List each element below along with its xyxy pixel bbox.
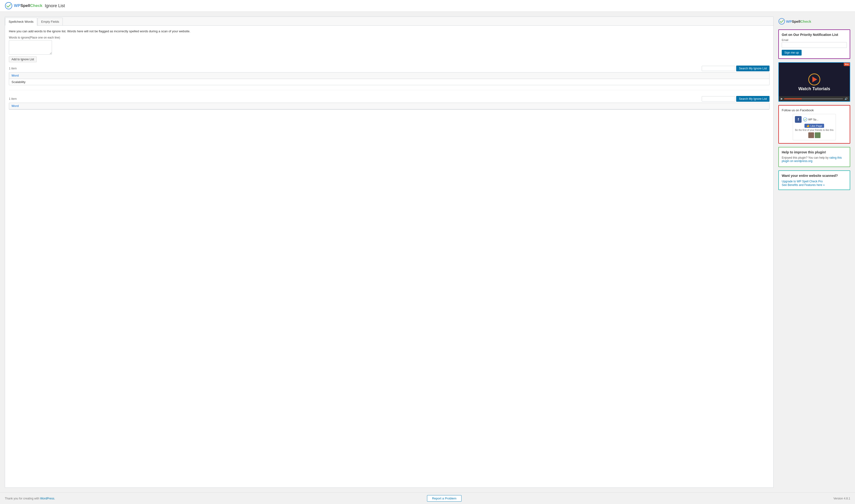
panel-body: Here you can add words to the ignore lis… xyxy=(5,25,773,113)
facebook-like-button[interactable]: 👍 Like Page xyxy=(804,124,824,128)
table2-item-count: 1 item xyxy=(9,97,17,101)
upgrade-link[interactable]: Upgrade to WP Spell Check Pro xyxy=(782,180,823,183)
video-volume-icon[interactable]: 🔊 xyxy=(844,97,848,100)
table1-header: 1 item Search My Ignore List xyxy=(9,66,769,71)
facebook-box: f WP Sp... 👍 Like Page Be the first of y… xyxy=(793,114,836,140)
table2-column-header[interactable]: Word xyxy=(9,103,769,109)
fb-avatar-2 xyxy=(815,132,821,138)
search-my-ignore-list-button-1[interactable]: Search My Ignore List xyxy=(736,66,769,71)
fb-friends-text: Be the first of your friends to like thi… xyxy=(795,129,834,131)
report-problem-button[interactable]: Report a Problem xyxy=(427,495,461,502)
page-title: Ignore List xyxy=(45,3,65,8)
notification-title: Get on Our Priority Notification List xyxy=(782,33,847,37)
notification-widget: Get on Our Priority Notification List Em… xyxy=(778,30,850,59)
table1-wrap: Word Scalability xyxy=(9,72,769,85)
help-widget: Help to improve this plugin! Enjoyed thi… xyxy=(778,147,850,167)
video-progress-bar[interactable] xyxy=(784,98,843,99)
video-controls: ▶ 🔊 xyxy=(779,96,850,101)
fb-thumbs-icon: 👍 xyxy=(806,124,810,127)
facebook-icon: f xyxy=(795,116,802,123)
upgrade-title: Want your entire website scanned? xyxy=(782,174,847,178)
tab-spellcheck-words[interactable]: Spellcheck Words xyxy=(5,18,37,25)
svg-point-2 xyxy=(803,118,807,121)
search-ignore-list-input-2[interactable] xyxy=(702,96,735,102)
search-ignore-list-input-1[interactable] xyxy=(702,66,735,71)
email-input[interactable] xyxy=(782,42,847,48)
add-to-ignore-list-button[interactable]: Add to Ignore List xyxy=(9,56,37,62)
right-sidebar: WPSpellCheck Get on Our Priority Notific… xyxy=(778,17,850,488)
facebook-follow-area: f WP Sp... 👍 Like Page Be the first of y… xyxy=(782,114,847,140)
table1-item-count: 1 item xyxy=(9,67,17,70)
sidebar-logo-text: WPSpellCheck xyxy=(786,19,811,23)
help-title: Help to improve this plugin! xyxy=(782,150,847,154)
table-row: Scalability xyxy=(9,79,769,85)
tabs-bar: Spellcheck Words Empty Fields xyxy=(5,17,773,25)
table1-column-header[interactable]: Word xyxy=(9,73,769,79)
sidebar-logo: WPSpellCheck xyxy=(778,17,850,26)
page-footer: Thank you for creating with WordPress. R… xyxy=(0,492,855,504)
words-label: Words to ignore(Place one on each line) xyxy=(9,36,769,39)
table2-search-area: Search My Ignore List xyxy=(702,96,769,102)
wordpress-link[interactable]: WordPress. xyxy=(40,497,55,500)
watch-tutorials-label: Watch Tutorials xyxy=(798,86,830,91)
benefits-link[interactable]: See Benefits and Features here » xyxy=(782,183,824,187)
fb-avatar-1 xyxy=(808,132,814,138)
search-my-ignore-list-button-2[interactable]: Search My Ignore List xyxy=(736,96,769,102)
video-progress-fill xyxy=(784,98,802,99)
table1-search-area: Search My Ignore List xyxy=(702,66,769,71)
words-textarea[interactable] xyxy=(9,40,52,55)
logo-area: WPSpellCheck Ignore List xyxy=(5,2,65,10)
svg-point-0 xyxy=(5,2,12,9)
sign-me-up-button[interactable]: Sign me up xyxy=(782,50,802,55)
table2-header: 1 item Search My Ignore List xyxy=(9,96,769,102)
fb-check-icon: WP Sp... xyxy=(803,117,818,122)
video-thumbnail[interactable]: Pro Watch Tutorials xyxy=(779,63,850,96)
sidebar-logo-icon xyxy=(778,18,785,25)
section-divider xyxy=(9,90,769,93)
wpspellcheck-logo-icon xyxy=(5,2,13,10)
main-panel: Spellcheck Words Empty Fields Here you c… xyxy=(5,17,773,488)
facebook-widget: Follow us on Facebook f WP Sp... 👍 xyxy=(778,105,850,144)
facebook-title: Follow us on Facebook xyxy=(782,108,847,112)
email-label: Email xyxy=(782,38,847,41)
page-header: WPSpellCheck Ignore List xyxy=(0,0,855,12)
version-text: Version 4.8.1 xyxy=(834,497,850,500)
table2-wrap: Word xyxy=(9,103,769,110)
video-widget: Pro Watch Tutorials ▶ 🔊 xyxy=(778,62,850,102)
logo-text: WPSpellCheck xyxy=(14,3,42,8)
pro-badge: Pro xyxy=(844,63,850,66)
report-btn-wrap: Report a Problem xyxy=(427,495,461,502)
play-button[interactable] xyxy=(808,73,820,86)
fb-logo-row: f WP Sp... xyxy=(795,116,834,123)
tab-empty-fields[interactable]: Empty Fields xyxy=(38,18,63,25)
upgrade-widget: Want your entire website scanned? Upgrad… xyxy=(778,170,850,190)
footer-thank-you: Thank you for creating with WordPress. xyxy=(5,497,55,500)
video-play-icon[interactable]: ▶ xyxy=(781,97,783,100)
svg-point-1 xyxy=(779,18,785,24)
help-text: Enjoyed this plugin? You can help by rat… xyxy=(782,156,847,163)
description-text: Here you can add words to the ignore lis… xyxy=(9,30,769,33)
fb-avatars xyxy=(795,132,834,138)
play-icon xyxy=(813,76,817,82)
